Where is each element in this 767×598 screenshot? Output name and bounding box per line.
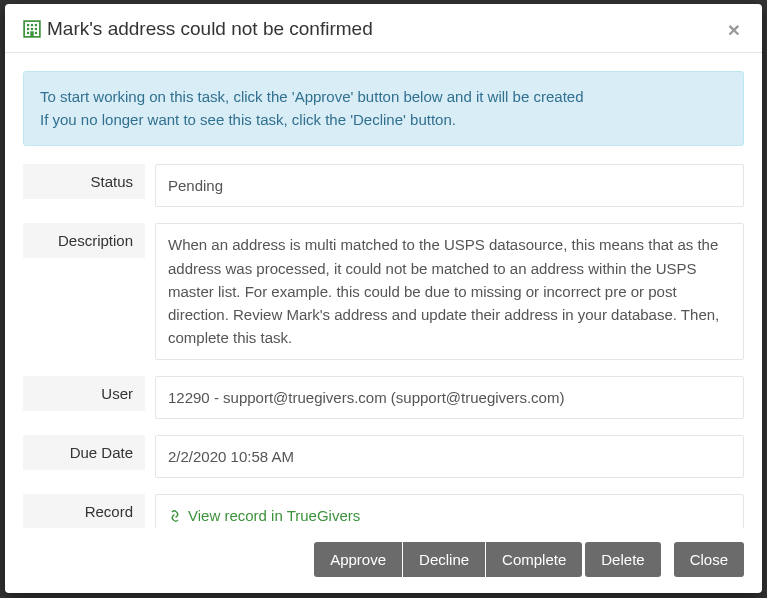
delete-button[interactable]: Delete (585, 542, 660, 577)
modal-header: Mark's address could not be confirmed × (5, 4, 762, 53)
svg-rect-6 (35, 28, 37, 30)
status-value: Pending (155, 164, 744, 207)
task-modal: Mark's address could not be confirmed × … (5, 4, 762, 593)
svg-rect-3 (35, 24, 37, 26)
view-record-link[interactable]: View record in TrueGivers (168, 504, 360, 527)
view-record-link-text: View record in TrueGivers (188, 504, 360, 527)
svg-rect-4 (27, 28, 29, 30)
svg-rect-5 (31, 28, 33, 30)
modal-title: Mark's address could not be confirmed (47, 18, 724, 40)
svg-rect-8 (35, 32, 37, 34)
user-value: 12290 - support@truegivers.com (support@… (155, 376, 744, 419)
modal-footer: Approve Decline Complete Delete Close (5, 528, 762, 593)
record-row: Record View record in TrueGivers (23, 494, 744, 528)
close-icon[interactable]: × (724, 19, 744, 40)
approve-button[interactable]: Approve (314, 542, 402, 577)
svg-rect-2 (31, 24, 33, 26)
close-button[interactable]: Close (674, 542, 744, 577)
svg-rect-1 (27, 24, 29, 26)
complete-button[interactable]: Complete (486, 542, 582, 577)
decline-button[interactable]: Decline (403, 542, 485, 577)
status-row: Status Pending (23, 164, 744, 207)
due-date-value: 2/2/2020 10:58 AM (155, 435, 744, 478)
due-date-row: Due Date 2/2/2020 10:58 AM (23, 435, 744, 478)
description-row: Description When an address is multi mat… (23, 223, 744, 359)
building-icon (23, 20, 41, 38)
alert-line-1: To start working on this task, click the… (40, 86, 727, 109)
status-label: Status (23, 164, 145, 199)
action-button-group: Approve Decline Complete (314, 542, 582, 577)
record-label: Record (23, 494, 145, 528)
link-icon (168, 509, 182, 523)
description-label: Description (23, 223, 145, 258)
description-value: When an address is multi matched to the … (155, 223, 744, 359)
svg-rect-7 (27, 32, 29, 34)
modal-body: To start working on this task, click the… (5, 53, 762, 528)
record-value: View record in TrueGivers (155, 494, 744, 528)
svg-rect-9 (30, 31, 33, 37)
info-alert: To start working on this task, click the… (23, 71, 744, 146)
alert-line-2: If you no longer want to see this task, … (40, 109, 727, 132)
due-date-label: Due Date (23, 435, 145, 470)
user-row: User 12290 - support@truegivers.com (sup… (23, 376, 744, 419)
user-label: User (23, 376, 145, 411)
